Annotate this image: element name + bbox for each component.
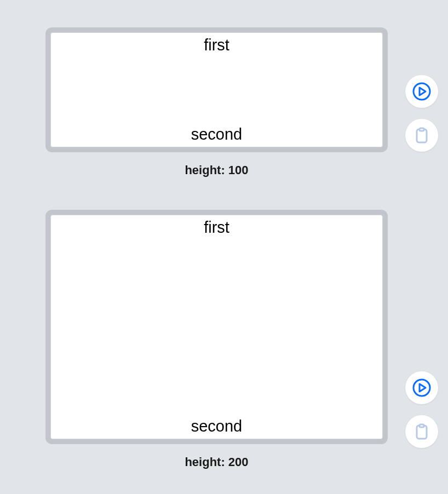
copy-button[interactable] <box>405 119 438 152</box>
play-button[interactable] <box>405 371 438 404</box>
svg-rect-5 <box>420 424 424 427</box>
canvas-text-top: first <box>204 36 229 54</box>
play-icon <box>411 81 432 102</box>
preview-caption: height: 200 <box>45 455 388 469</box>
preview-frame: first second <box>45 210 388 444</box>
canvas-text-top: first <box>204 219 229 237</box>
play-button[interactable] <box>405 75 438 108</box>
preview-canvas: first second <box>50 215 383 439</box>
canvas-text-bottom: second <box>191 417 243 435</box>
copy-button[interactable] <box>405 415 438 448</box>
play-icon <box>411 377 432 398</box>
svg-point-3 <box>413 380 430 396</box>
copy-icon <box>411 125 432 146</box>
preview-block: first second height: 200 <box>45 210 388 469</box>
action-buttons-group <box>405 371 438 448</box>
preview-block: first second height: 100 <box>45 27 388 177</box>
preview-caption: height: 100 <box>45 163 388 177</box>
action-buttons-group <box>405 75 438 152</box>
preview-frame: first second <box>45 27 388 152</box>
svg-rect-2 <box>420 128 424 131</box>
canvas-text-bottom: second <box>191 125 243 143</box>
copy-icon <box>411 421 432 442</box>
svg-point-0 <box>413 83 430 100</box>
preview-canvas: first second <box>50 32 383 147</box>
